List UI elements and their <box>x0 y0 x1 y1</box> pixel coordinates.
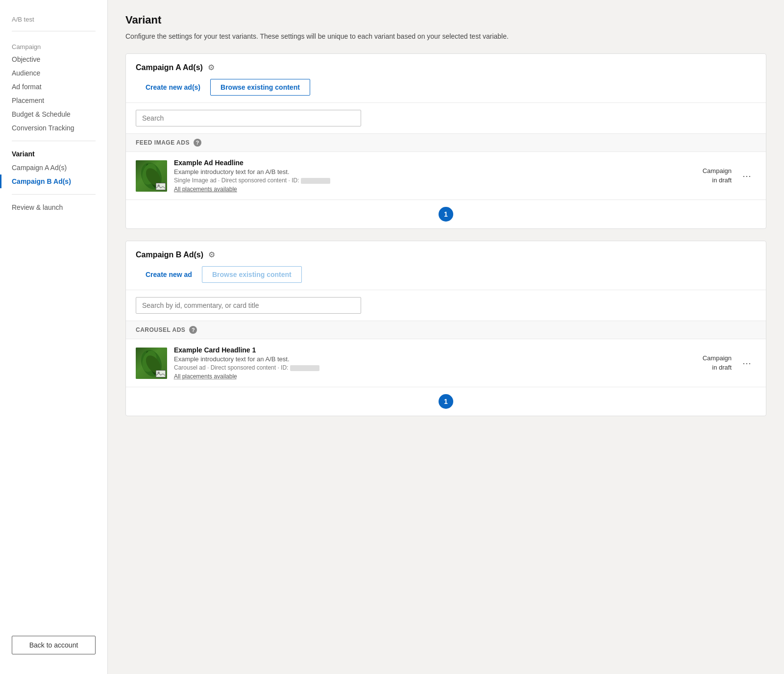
campaign-a-help-icon[interactable]: ? <box>194 139 201 147</box>
campaign-a-ad-meta: Single Image ad · Direct sponsored conte… <box>174 177 681 184</box>
campaign-a-ad-id-placeholder <box>301 178 330 184</box>
campaign-b-search-row <box>126 290 766 321</box>
campaign-a-thumbnail-badge <box>156 183 166 190</box>
svg-rect-10 <box>156 370 166 377</box>
page-title: Variant <box>125 14 766 26</box>
campaign-a-pagination: 1 <box>126 200 766 228</box>
main-content: Variant Configure the settings for your … <box>108 0 784 674</box>
campaign-a-ad-status: Campaign in draft <box>687 167 732 184</box>
campaign-b-create-tab[interactable]: Create new ad <box>136 266 202 283</box>
campaign-b-header: Campaign B Ad(s) ⚙ <box>126 241 766 266</box>
back-to-account-button[interactable]: Back to account <box>12 636 96 654</box>
svg-rect-4 <box>156 183 166 190</box>
campaign-b-ad-id-placeholder <box>290 365 319 371</box>
sidebar-item-conversion-tracking[interactable]: Conversion Tracking <box>0 121 107 135</box>
sidebar-item-campaign-b-ads[interactable]: Campaign B Ad(s) <box>0 175 107 188</box>
sidebar-bottom: Back to account <box>0 628 107 662</box>
sidebar-item-placement[interactable]: Placement <box>0 94 107 107</box>
sidebar-item-ad-format[interactable]: Ad format <box>0 80 107 94</box>
sidebar: A/B test Campaign Objective Audience Ad … <box>0 0 108 674</box>
campaign-b-title: Campaign B Ad(s) <box>136 250 203 259</box>
sidebar-item-campaign-a-ads[interactable]: Campaign A Ad(s) <box>0 161 107 175</box>
sidebar-item-budget-schedule[interactable]: Budget & Schedule <box>0 107 107 121</box>
sidebar-item-objective[interactable]: Objective <box>0 52 107 66</box>
campaign-a-ad-thumbnail <box>136 160 167 192</box>
campaign-b-placement-link[interactable]: All placements available <box>174 373 681 380</box>
campaign-a-page-circle[interactable]: 1 <box>439 207 453 222</box>
campaign-b-gear-icon[interactable]: ⚙ <box>208 250 215 259</box>
campaign-b-ad-intro: Example introductory text for an A/B tes… <box>174 355 681 363</box>
sidebar-ab-test-label: A/B test <box>0 12 107 25</box>
campaign-a-ad-info: Example Ad Headline Example introductory… <box>174 159 681 193</box>
campaign-a-search-input[interactable] <box>136 110 361 126</box>
campaign-a-create-tab[interactable]: Create new ad(s) <box>136 79 210 96</box>
campaign-b-help-icon[interactable]: ? <box>189 326 197 334</box>
campaign-a-header: Campaign A Ad(s) ⚙ <box>126 54 766 79</box>
sidebar-divider-1 <box>12 31 96 31</box>
campaign-b-ad-status: Campaign in draft <box>687 354 732 372</box>
sidebar-item-review-launch[interactable]: Review & launch <box>0 200 107 214</box>
campaign-b-tabs: Create new ad Browse existing content <box>126 266 766 290</box>
sidebar-divider-3 <box>12 194 96 195</box>
campaign-b-ad-thumbnail <box>136 348 167 379</box>
campaign-a-search-row <box>126 103 766 134</box>
campaign-b-section-label-row: CAROUSEL ADS ? <box>126 321 766 339</box>
campaign-a-title: Campaign A Ad(s) <box>136 63 203 72</box>
campaign-a-ad-item: Example Ad Headline Example introductory… <box>126 152 766 200</box>
campaign-b-section-label: CAROUSEL ADS <box>136 326 185 333</box>
campaign-a-card: Campaign A Ad(s) ⚙ Create new ad(s) Brow… <box>125 53 766 229</box>
campaign-a-section-label-row: FEED IMAGE ADS ? <box>126 134 766 152</box>
campaign-b-image-icon <box>156 370 166 377</box>
campaign-b-page-circle[interactable]: 1 <box>439 394 453 409</box>
campaign-b-pagination: 1 <box>126 387 766 416</box>
sidebar-divider-2 <box>12 141 96 141</box>
campaign-b-ad-meta: Carousel ad · Direct sponsored content ·… <box>174 364 681 371</box>
campaign-b-ad-item: Example Card Headline 1 Example introduc… <box>126 339 766 387</box>
campaign-a-placement-link[interactable]: All placements available <box>174 186 681 193</box>
campaign-b-thumbnail-badge <box>156 370 166 377</box>
campaign-a-more-icon[interactable]: ⋯ <box>738 169 756 183</box>
campaign-a-section-label: FEED IMAGE ADS <box>136 139 190 146</box>
sidebar-campaign-label: Campaign <box>0 37 107 52</box>
campaign-a-image-icon <box>156 183 166 190</box>
campaign-a-browse-tab[interactable]: Browse existing content <box>210 79 310 96</box>
campaign-a-ad-headline: Example Ad Headline <box>174 159 681 167</box>
campaign-a-tabs: Create new ad(s) Browse existing content <box>126 79 766 103</box>
campaign-b-more-icon[interactable]: ⋯ <box>738 356 756 371</box>
campaign-a-ad-intro: Example introductory text for an A/B tes… <box>174 168 681 175</box>
page-subtitle: Configure the settings for your test var… <box>125 31 527 42</box>
campaign-b-browse-tab[interactable]: Browse existing content <box>202 266 302 283</box>
campaign-b-search-input[interactable] <box>136 297 361 314</box>
campaign-b-ad-headline: Example Card Headline 1 <box>174 346 681 354</box>
sidebar-item-variant[interactable]: Variant <box>0 147 107 161</box>
campaign-b-card: Campaign B Ad(s) ⚙ Create new ad Browse … <box>125 241 766 416</box>
campaign-a-gear-icon[interactable]: ⚙ <box>208 63 215 72</box>
campaign-b-ad-info: Example Card Headline 1 Example introduc… <box>174 346 681 380</box>
sidebar-item-audience[interactable]: Audience <box>0 66 107 80</box>
